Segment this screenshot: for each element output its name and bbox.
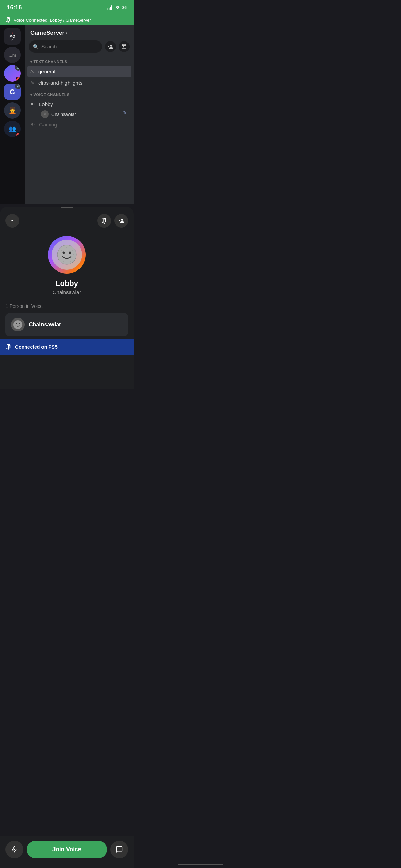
sidebar-item-g[interactable]: G 🔊	[4, 84, 21, 100]
search-icon: 🔍	[33, 44, 39, 49]
sidebar-item-dark[interactable]: 👥 9	[4, 121, 21, 137]
search-placeholder: Search	[41, 44, 57, 49]
voice-user-chainsawlar: ☺ Chainsawlar	[25, 109, 134, 119]
sheet-top-row	[0, 214, 134, 233]
svg-point-14	[13, 320, 22, 329]
channel-list: GameServer › 🔍 Search ▾ Text Chan	[25, 25, 134, 204]
voice-connected-text: Voice Connected: Lobby / GameServer	[14, 17, 91, 23]
sheet-right-buttons	[97, 214, 128, 228]
status-time: 16:16	[7, 4, 22, 11]
voice-user-card-avatar	[11, 318, 25, 331]
add-friend-icon	[118, 218, 124, 224]
text-channels-header[interactable]: ▾ Text Channels	[25, 58, 134, 66]
svg-point-6	[69, 252, 71, 254]
svg-rect-0	[107, 8, 108, 10]
server-sidebar: ↓ MO ○ ...m 🔊 1 G 🔊 🧑‍🦱 👥 9	[0, 25, 25, 204]
voice-avatar-smiley	[52, 240, 82, 270]
svg-point-5	[63, 252, 65, 254]
svg-point-10	[73, 254, 74, 255]
server-view: ↓ MO ○ ...m 🔊 1 G 🔊 🧑‍🦱 👥 9 GameSe	[0, 25, 134, 204]
bottom-sheet: Lobby Chainsawlar 1 Person in Voice Chai…	[0, 207, 134, 389]
add-member-button[interactable]	[105, 41, 116, 52]
text-channel-prefix: Aa	[30, 69, 36, 74]
voice-channel-gaming[interactable]: Gaming	[25, 119, 134, 130]
sidebar-item-m[interactable]: ...m	[4, 47, 21, 63]
voice-channel-title: Lobby	[56, 279, 78, 288]
ps-icon-lobby	[123, 111, 128, 117]
voice-channel-gaming-name: Gaming	[39, 122, 57, 128]
voice-user-card: Chainsawlar	[5, 313, 128, 336]
volume-icon-gaming	[30, 121, 36, 128]
svg-point-8	[72, 250, 73, 251]
server-name[interactable]: GameServer ›	[25, 29, 134, 40]
channel-clips[interactable]: Aa clips-and-highlights	[25, 77, 134, 88]
svg-point-11	[66, 247, 67, 248]
wifi-icon	[115, 5, 120, 10]
chainsawlar-avatar: ☺	[41, 110, 49, 118]
voice-channel-lobby-name: Lobby	[39, 101, 53, 107]
persons-in-voice-label: 1 Person in Voice	[0, 303, 134, 313]
smiley-face-small-icon	[13, 320, 23, 329]
voice-channel-lobby[interactable]: Lobby	[25, 99, 134, 109]
channel-general[interactable]: Aa general	[27, 66, 131, 77]
sidebar-item-mo[interactable]: ↓ MO ○	[4, 28, 21, 45]
voice-user-card-name: Chainsawlar	[29, 322, 61, 328]
sidebar-item-anime[interactable]: 🧑‍🦱	[4, 102, 21, 119]
status-icons: 36	[107, 5, 127, 10]
ps5-icon	[5, 344, 12, 350]
voice-channel-avatar	[48, 236, 86, 274]
svg-rect-2	[110, 7, 111, 10]
battery-icon: 36	[122, 5, 127, 10]
sheet-handle	[61, 207, 73, 208]
signal-icon	[107, 5, 113, 10]
playstation-button[interactable]	[97, 214, 111, 228]
sheet-collapse-button[interactable]	[5, 214, 19, 228]
search-bar[interactable]: 🔍 Search	[29, 40, 102, 53]
channel-clips-name: clips-and-highlights	[38, 80, 82, 86]
ps5-connected-text: Connected on PS5	[15, 344, 58, 350]
ps5-connected-banner: Connected on PS5	[0, 339, 134, 355]
svg-rect-3	[111, 5, 112, 10]
playstation-icon	[101, 218, 107, 224]
svg-point-12	[63, 261, 64, 262]
events-button[interactable]	[119, 41, 130, 52]
channel-general-name: general	[38, 69, 56, 74]
smiley-face-icon	[57, 244, 77, 265]
playstation-logo-banner	[5, 17, 11, 23]
svg-point-15	[16, 323, 17, 324]
status-bar: 16:16 36	[0, 0, 134, 15]
voice-channel-subtitle: Chainsawlar	[53, 289, 81, 295]
sidebar-item-purple[interactable]: 🔊 1	[4, 65, 21, 82]
svg-point-13	[70, 261, 71, 262]
voice-hero: Lobby Chainsawlar	[0, 233, 134, 303]
chainsawlar-name: Chainsawlar	[51, 112, 76, 117]
svg-point-16	[19, 323, 20, 324]
svg-rect-1	[109, 8, 110, 10]
svg-point-9	[60, 254, 60, 255]
calendar-icon	[121, 44, 127, 50]
volume-icon-lobby	[30, 101, 36, 107]
text-channel-prefix-clips: Aa	[30, 80, 36, 85]
svg-point-7	[61, 250, 62, 251]
add-member-icon	[107, 44, 113, 50]
voice-channels-header[interactable]: ▾ Voice Channels	[25, 91, 134, 99]
invite-button[interactable]	[114, 214, 128, 228]
chevron-down-icon	[10, 218, 15, 224]
voice-connected-banner[interactable]: Voice Connected: Lobby / GameServer	[0, 15, 134, 25]
server-name-chevron: ›	[66, 31, 67, 35]
